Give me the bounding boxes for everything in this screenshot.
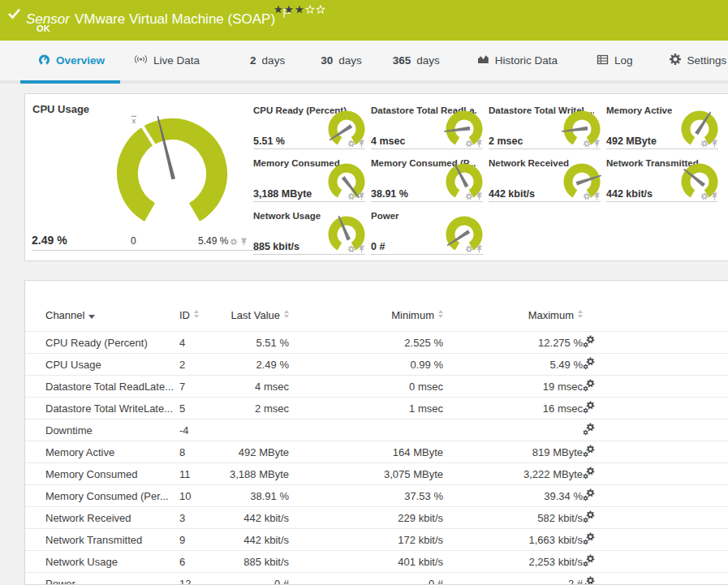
cell-max: 3,222 MByte bbox=[443, 463, 583, 485]
channel-settings-gears-icon[interactable] bbox=[583, 532, 595, 545]
channel-settings-gears-icon[interactable] bbox=[583, 554, 595, 567]
cell-underline bbox=[489, 148, 601, 149]
tab-365-days[interactable]: 365days bbox=[393, 54, 440, 67]
cell-id: 6 bbox=[179, 551, 228, 573]
gear-icon[interactable] bbox=[465, 192, 473, 200]
channel-settings-gears-icon[interactable] bbox=[583, 488, 595, 501]
gear-icon[interactable] bbox=[347, 140, 355, 148]
gauge-value: 4 msec bbox=[371, 135, 405, 147]
tab-settings[interactable]: Settings bbox=[669, 53, 727, 68]
pin-icon[interactable] bbox=[358, 192, 365, 200]
tab-historic-data[interactable]: Historic Data bbox=[477, 54, 558, 67]
priority-stars[interactable] bbox=[274, 3, 325, 18]
gauge-icon bbox=[38, 54, 50, 68]
pin-icon[interactable] bbox=[593, 140, 601, 148]
channel-settings-gears-icon[interactable] bbox=[583, 510, 595, 523]
column-header-channel[interactable]: Channel bbox=[25, 281, 179, 332]
table-row: Memory Consumed (Per...1038.91 %37.53 %3… bbox=[25, 485, 728, 507]
gauge-memory-consumed-p: Memory Consumed (P...38.91 % bbox=[370, 155, 488, 208]
gauge-value: 3,188 MByte bbox=[253, 188, 312, 200]
channel-settings-gears-icon[interactable] bbox=[583, 357, 595, 370]
tab-30-days[interactable]: 30days bbox=[321, 54, 362, 67]
cell-id: 7 bbox=[179, 376, 228, 398]
pin-icon[interactable] bbox=[358, 245, 365, 253]
tab-2-days[interactable]: 2days bbox=[250, 54, 285, 67]
cell-channel: Memory Consumed bbox=[25, 463, 179, 485]
channel-settings-gears-icon[interactable] bbox=[583, 576, 595, 585]
cell-max: 12.275 % bbox=[443, 332, 583, 354]
sensor-header: SensorVMware Virtual Machine (SOAP) OK bbox=[0, 0, 728, 41]
table-row: Memory Active8492 MByte164 MByte819 MByt… bbox=[25, 441, 728, 463]
cell-underline bbox=[606, 148, 718, 149]
cell-max: 2,253 kbit/s bbox=[443, 551, 583, 573]
cell-max: 582 kbit/s bbox=[443, 507, 583, 529]
column-header-last-value[interactable]: Last Value bbox=[228, 281, 289, 332]
gauge-datastore-total-readla: Datastore Total ReadLa...4 msec bbox=[370, 102, 488, 155]
gear-icon[interactable] bbox=[347, 245, 355, 253]
pin-icon[interactable] bbox=[358, 140, 365, 148]
cell-id: 8 bbox=[179, 441, 228, 463]
cell-min bbox=[289, 419, 443, 441]
area-chart-icon bbox=[477, 54, 489, 67]
status-badge: OK bbox=[37, 24, 50, 33]
cell-last: 885 kbit/s bbox=[228, 551, 289, 573]
gauge-cpu-ready-percent: CPU Ready (Percent)5.51 % bbox=[252, 102, 370, 155]
pin-icon[interactable] bbox=[476, 245, 483, 253]
gauge-title: Memory Active bbox=[606, 105, 672, 115]
gauge-title: Power bbox=[371, 211, 399, 221]
gear-icon[interactable] bbox=[583, 192, 591, 200]
channel-settings-gears-icon[interactable] bbox=[583, 335, 595, 348]
gauge-scale-max: 5.49 % bbox=[198, 235, 228, 247]
cell-max: 1,663 kbit/s bbox=[443, 529, 583, 551]
cell-last: 38.91 % bbox=[228, 485, 289, 507]
gauge-memory-consumed: Memory Consumed3,188 MByte bbox=[252, 155, 370, 208]
channel-settings-gears-icon[interactable] bbox=[583, 467, 595, 480]
channel-settings-gears-icon[interactable] bbox=[583, 445, 595, 458]
gear-icon[interactable] bbox=[465, 245, 473, 253]
table-row: Memory Consumed113,188 MByte3,075 MByte3… bbox=[25, 463, 728, 485]
cell-id: 11 bbox=[179, 463, 228, 485]
star-empty-icon[interactable] bbox=[305, 3, 315, 18]
cell-max: 19 msec bbox=[443, 376, 583, 398]
pin-icon[interactable] bbox=[476, 140, 483, 148]
gear-icon[interactable] bbox=[465, 140, 473, 148]
column-header-minimum[interactable]: Minimum bbox=[289, 281, 443, 332]
tab-log[interactable]: Log bbox=[597, 54, 633, 67]
cell-id: 5 bbox=[179, 398, 228, 419]
sensor-overview-page: SensorVMware Virtual Machine (SOAP) OK O… bbox=[0, 0, 728, 585]
pin-icon[interactable] bbox=[240, 238, 248, 246]
channel-settings-gears-icon[interactable] bbox=[583, 379, 595, 392]
gauge-title: Network Received bbox=[489, 158, 569, 168]
pin-icon[interactable] bbox=[593, 192, 601, 200]
star-empty-icon[interactable] bbox=[316, 3, 325, 18]
gear-icon[interactable] bbox=[583, 140, 591, 148]
cpu-usage-gauge: x bbox=[111, 113, 233, 234]
gear-icon bbox=[669, 53, 682, 68]
column-header-id[interactable]: ID bbox=[179, 281, 228, 332]
star-filled-icon[interactable] bbox=[284, 3, 294, 18]
tab-live-data[interactable]: Live Data bbox=[134, 54, 200, 67]
gauge-network-transmitted: Network Transmitted442 kbit/s bbox=[605, 155, 723, 208]
cell-id: 9 bbox=[179, 529, 228, 551]
cell-last: 2 msec bbox=[228, 398, 289, 419]
pin-icon[interactable] bbox=[476, 192, 483, 200]
cell-channel: Power bbox=[25, 573, 179, 585]
star-filled-icon[interactable] bbox=[274, 3, 283, 18]
channel-settings-gears-icon[interactable] bbox=[583, 423, 595, 436]
table-header-row: Channel ID Last Value Minimum Maximum bbox=[25, 281, 728, 332]
tab-overview[interactable]: Overview bbox=[20, 54, 123, 68]
gear-icon[interactable] bbox=[700, 140, 709, 148]
column-header-maximum[interactable]: Maximum bbox=[443, 281, 583, 332]
column-header-settings bbox=[583, 281, 680, 332]
pin-icon[interactable] bbox=[711, 140, 718, 148]
cell-min: 0 msec bbox=[289, 376, 443, 398]
gear-icon[interactable] bbox=[347, 192, 355, 200]
gear-icon[interactable] bbox=[230, 238, 238, 246]
sort-icon bbox=[578, 310, 583, 318]
cell-underline bbox=[253, 201, 365, 202]
cell-last: 0 # bbox=[228, 573, 289, 585]
channel-settings-gears-icon[interactable] bbox=[583, 401, 595, 414]
pin-icon[interactable] bbox=[711, 192, 718, 200]
star-filled-icon[interactable] bbox=[295, 3, 304, 18]
gear-icon[interactable] bbox=[700, 192, 709, 200]
